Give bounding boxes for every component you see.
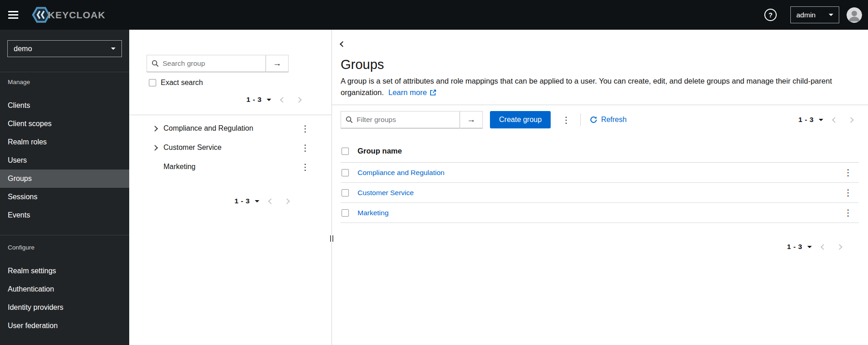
tree-pagination-top: 1 - 3	[129, 91, 331, 108]
pagination-menu-toggle[interactable]: 1 - 3	[242, 93, 275, 106]
chevron-left-icon	[268, 198, 274, 204]
chevron-right-icon	[152, 145, 158, 151]
avatar[interactable]	[847, 7, 862, 23]
masthead: KEYCLOAK ? admin	[0, 0, 868, 30]
chevron-right-icon	[284, 198, 290, 204]
sidebar-item-client-scopes[interactable]: Client scopes	[0, 115, 129, 133]
toolbar-kebab-menu-button[interactable]: ⋮	[557, 114, 575, 126]
next-page-button[interactable]	[279, 196, 295, 206]
sidebar-item-realm-settings[interactable]: Realm settings	[0, 262, 129, 280]
sidebar-item-sessions[interactable]: Sessions	[0, 188, 129, 206]
tree-item-label[interactable]: Marketing	[163, 163, 195, 171]
toolbar-divider	[580, 113, 581, 126]
pagination-range: 1 - 3	[246, 96, 262, 104]
pagination-menu-toggle[interactable]: 1 - 3	[231, 194, 263, 208]
chevron-down-icon	[267, 99, 271, 101]
brand-text: KEYCLOAK	[48, 10, 105, 21]
learn-more-link[interactable]: Learn more	[388, 87, 436, 98]
chevron-left-icon	[340, 41, 346, 47]
prev-page-button[interactable]	[263, 196, 279, 206]
pagination-range: 1 - 3	[798, 116, 814, 124]
sidebar-item-clients[interactable]: Clients	[0, 96, 129, 115]
group-name-link[interactable]: Compliance and Regulation	[358, 169, 444, 177]
sidebar-item-events[interactable]: Events	[0, 206, 129, 224]
row-kebab-menu-button[interactable]: ⋮	[840, 208, 856, 217]
create-group-button[interactable]: Create group	[490, 111, 551, 128]
search-icon	[152, 60, 159, 67]
tree-item: Marketing ⋮	[129, 157, 331, 176]
sidebar-item-groups[interactable]: Groups	[0, 170, 129, 188]
group-name-link[interactable]: Marketing	[358, 209, 389, 217]
table-row: Compliance and Regulation ⋮	[341, 163, 859, 183]
refresh-button[interactable]: Refresh	[590, 116, 626, 124]
pagination-range: 1 - 3	[787, 243, 802, 251]
group-name-column-header: Group name	[358, 147, 402, 155]
row-checkbox[interactable]	[342, 169, 349, 176]
table-header-row: Group name	[341, 140, 859, 163]
tree-item-label[interactable]: Compliance and Regulation	[163, 124, 253, 133]
row-checkbox[interactable]	[342, 189, 349, 196]
select-all-checkbox[interactable]	[342, 148, 349, 155]
realm-selector-dropdown[interactable]: demo	[7, 40, 122, 57]
sidebar-item-authentication[interactable]: Authentication	[0, 280, 129, 298]
nav-section-manage: Manage	[0, 72, 129, 96]
kebab-menu-button[interactable]: ⋮	[297, 143, 313, 152]
chevron-left-icon	[280, 97, 286, 103]
table-row: Customer Service ⋮	[341, 183, 859, 203]
nav-section-configure: Configure	[0, 235, 129, 262]
user-menu-dropdown[interactable]: admin	[790, 6, 839, 23]
prev-page-button[interactable]	[815, 242, 831, 252]
search-submit-button[interactable]: →	[266, 55, 289, 72]
chevron-right-icon	[296, 97, 302, 103]
brand-logo: KEYCLOAK	[32, 6, 105, 23]
exact-search-checkbox[interactable]	[149, 79, 156, 86]
expand-toggle[interactable]	[151, 144, 159, 152]
help-icon[interactable]: ?	[764, 9, 777, 21]
chevron-down-icon	[819, 119, 823, 121]
tree-item-label[interactable]: Customer Service	[163, 143, 221, 152]
chevron-right-icon	[836, 244, 842, 250]
group-name-link[interactable]: Customer Service	[358, 189, 414, 197]
sidebar-item-user-federation[interactable]: User federation	[0, 317, 129, 335]
groups-tree-panel: → Exact search 1 - 3 Compliance and Regu…	[129, 30, 332, 345]
table-pagination-top: 1 - 3	[794, 111, 859, 128]
row-kebab-menu-button[interactable]: ⋮	[840, 188, 856, 197]
next-page-button[interactable]	[831, 242, 847, 252]
row-kebab-menu-button[interactable]: ⋮	[840, 168, 856, 177]
filter-submit-button[interactable]: →	[460, 111, 483, 128]
sidebar-item-realm-roles[interactable]: Realm roles	[0, 133, 129, 151]
kebab-menu-button[interactable]: ⋮	[297, 124, 313, 133]
search-icon	[346, 116, 353, 123]
kebab-menu-button[interactable]: ⋮	[297, 163, 313, 171]
groups-tree-list: Compliance and Regulation ⋮ Customer Ser…	[129, 115, 331, 176]
chevron-down-icon	[807, 246, 812, 248]
page-description: A group is a set of attributes and role …	[341, 75, 859, 98]
prev-page-button[interactable]	[827, 115, 843, 125]
row-checkbox[interactable]	[342, 209, 349, 217]
main-content: Groups A group is a set of attributes an…	[332, 30, 868, 345]
chevron-right-icon	[152, 126, 158, 132]
exact-search-option: Exact search	[149, 79, 331, 87]
table-row: Marketing ⋮	[341, 203, 859, 223]
keycloak-logo-icon	[32, 6, 50, 23]
groups-toolbar: → Create group ⋮ Refresh 1 - 3	[341, 105, 859, 134]
username-label: admin	[796, 11, 815, 19]
next-page-button[interactable]	[291, 95, 307, 105]
groups-table: Group name Compliance and Regulation ⋮ C…	[341, 140, 859, 223]
prev-page-button[interactable]	[275, 95, 291, 105]
hamburger-menu-button[interactable]	[8, 6, 27, 24]
pagination-menu-toggle[interactable]: 1 - 3	[783, 240, 815, 254]
expand-toggle[interactable]	[151, 125, 159, 133]
filter-groups-input[interactable]	[357, 116, 455, 124]
next-page-button[interactable]	[843, 115, 859, 125]
chevron-down-icon	[255, 200, 259, 202]
search-group-input[interactable]	[163, 59, 261, 68]
sidebar-item-identity-providers[interactable]: Identity providers	[0, 298, 129, 317]
sidebar-item-users[interactable]: Users	[0, 151, 129, 170]
refresh-icon	[590, 116, 597, 123]
pagination-menu-toggle[interactable]: 1 - 3	[794, 113, 827, 127]
tree-item: Customer Service ⋮	[129, 138, 331, 157]
refresh-label: Refresh	[601, 116, 626, 124]
panel-resize-handle[interactable]	[329, 234, 334, 242]
collapse-panel-button[interactable]	[338, 41, 347, 47]
